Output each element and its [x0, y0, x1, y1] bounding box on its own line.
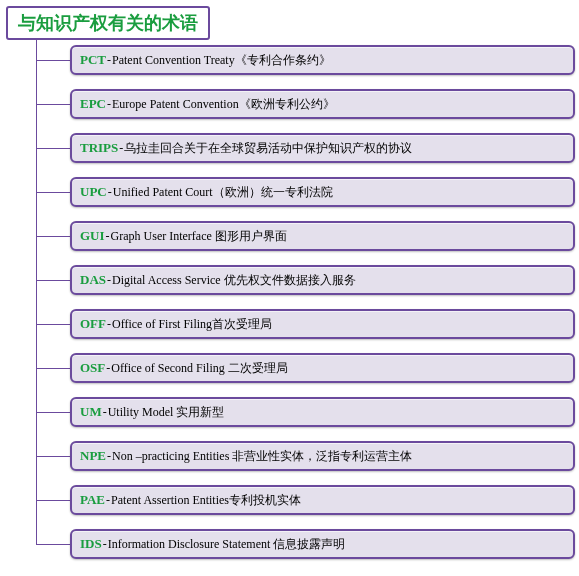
term-description: Digital Access Service 优先权文件数据接入服务	[112, 272, 356, 289]
term-row: EPC- Europe Patent Convention《欧洲专利公约》	[36, 82, 575, 126]
term-abbr: DAS	[80, 272, 106, 288]
term-row: UPC-Unified Patent Court（欧洲）统一专利法院	[36, 170, 575, 214]
tree-branch	[36, 368, 70, 369]
diagram-title: 与知识产权有关的术语	[6, 6, 210, 40]
term-box: NPE - Non –practicing Entities 非营业性实体，泛指…	[70, 441, 575, 471]
tree-branch	[36, 280, 70, 281]
tree-branch	[36, 324, 70, 325]
term-box: DAS-Digital Access Service 优先权文件数据接入服务	[70, 265, 575, 295]
term-row: UM-Utility Model 实用新型	[36, 390, 575, 434]
term-row: PAE-Patent Assertion Entities专利投机实体	[36, 478, 575, 522]
term-description: Europe Patent Convention《欧洲专利公约》	[112, 96, 335, 113]
term-box: IDS-Information Disclosure Statement 信息披…	[70, 529, 575, 559]
term-description: Office of First Filing首次受理局	[112, 316, 272, 333]
term-row: OSF-Office of Second Filing 二次受理局	[36, 346, 575, 390]
tree-branch	[36, 412, 70, 413]
term-abbr: TRIPS	[80, 140, 118, 156]
term-row: NPE - Non –practicing Entities 非营业性实体，泛指…	[36, 434, 575, 478]
term-box: EPC- Europe Patent Convention《欧洲专利公约》	[70, 89, 575, 119]
term-description: Patent Convention Treaty《专利合作条约》	[112, 52, 331, 69]
term-box: GUI-Graph User Interface 图形用户界面	[70, 221, 575, 251]
term-box: UPC-Unified Patent Court（欧洲）统一专利法院	[70, 177, 575, 207]
term-abbr: IDS	[80, 536, 102, 552]
term-abbr: NPE	[80, 448, 106, 464]
term-box: PAE-Patent Assertion Entities专利投机实体	[70, 485, 575, 515]
term-abbr: UM	[80, 404, 102, 420]
term-row: OFF-Office of First Filing首次受理局	[36, 302, 575, 346]
term-description: Graph User Interface 图形用户界面	[111, 228, 287, 245]
tree-branch	[36, 500, 70, 501]
term-abbr: OSF	[80, 360, 105, 376]
term-abbr: GUI	[80, 228, 105, 244]
term-row: GUI-Graph User Interface 图形用户界面	[36, 214, 575, 258]
term-abbr: EPC	[80, 96, 106, 112]
term-description: Office of Second Filing 二次受理局	[111, 360, 287, 377]
tree-branch	[36, 104, 70, 105]
term-box: OSF-Office of Second Filing 二次受理局	[70, 353, 575, 383]
term-box: OFF-Office of First Filing首次受理局	[70, 309, 575, 339]
term-abbr: PCT	[80, 52, 106, 68]
tree-branch	[36, 60, 70, 61]
term-description: Utility Model 实用新型	[108, 404, 225, 421]
term-description: 乌拉圭回合关于在全球贸易活动中保护知识产权的协议	[124, 140, 412, 157]
term-abbr: PAE	[80, 492, 105, 508]
term-abbr: UPC	[80, 184, 107, 200]
tree-branch	[36, 236, 70, 237]
term-abbr: OFF	[80, 316, 106, 332]
term-box: TRIPS-乌拉圭回合关于在全球贸易活动中保护知识产权的协议	[70, 133, 575, 163]
term-row: TRIPS-乌拉圭回合关于在全球贸易活动中保护知识产权的协议	[36, 126, 575, 170]
term-description: Information Disclosure Statement 信息披露声明	[108, 536, 346, 553]
tree-branch	[36, 148, 70, 149]
term-box: UM-Utility Model 实用新型	[70, 397, 575, 427]
tree-branch	[36, 456, 70, 457]
term-box: PCT- Patent Convention Treaty《专利合作条约》	[70, 45, 575, 75]
term-description: Patent Assertion Entities专利投机实体	[111, 492, 301, 509]
tree-branch	[36, 544, 70, 545]
term-description: Non –practicing Entities 非营业性实体，泛指专利运营主体	[112, 448, 412, 465]
term-tree: PCT- Patent Convention Treaty《专利合作条约》EPC…	[36, 38, 575, 566]
tree-branch	[36, 192, 70, 193]
term-description: Unified Patent Court（欧洲）统一专利法院	[113, 184, 333, 201]
term-row: DAS-Digital Access Service 优先权文件数据接入服务	[36, 258, 575, 302]
term-row: IDS-Information Disclosure Statement 信息披…	[36, 522, 575, 566]
term-row: PCT- Patent Convention Treaty《专利合作条约》	[36, 38, 575, 82]
